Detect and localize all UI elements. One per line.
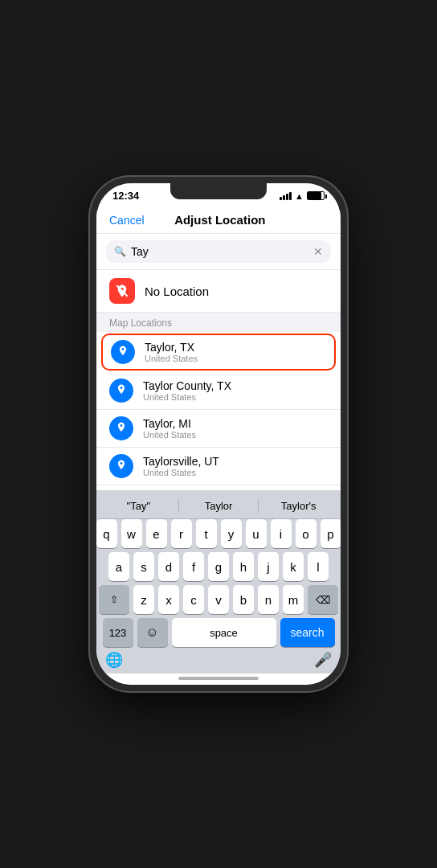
- key-v[interactable]: v: [208, 585, 229, 614]
- key-r[interactable]: r: [171, 519, 192, 548]
- location-name-1: Taylor County, TX: [143, 379, 328, 392]
- key-u[interactable]: u: [246, 519, 267, 548]
- location-pin-icon: [109, 379, 133, 403]
- key-l[interactable]: l: [308, 552, 329, 581]
- map-locations-header: Map Locations: [96, 313, 341, 332]
- key-b[interactable]: b: [233, 585, 254, 614]
- key-m[interactable]: m: [283, 585, 304, 614]
- location-country-1: United States: [143, 392, 328, 402]
- results-list: No Location Map Locations Taylor, TX Uni…: [96, 270, 341, 490]
- no-location-item[interactable]: No Location: [96, 270, 341, 313]
- search-clear-button[interactable]: ✕: [313, 245, 323, 258]
- emoji-key[interactable]: ☺: [137, 618, 168, 647]
- key-s[interactable]: s: [133, 552, 154, 581]
- shift-key[interactable]: ⇧: [99, 585, 129, 614]
- key-e[interactable]: e: [146, 519, 167, 548]
- key-p[interactable]: p: [321, 519, 341, 548]
- key-f[interactable]: f: [183, 552, 204, 581]
- page-title: Adjust Location: [174, 213, 265, 227]
- num-key[interactable]: 123: [103, 618, 133, 647]
- signal-icon: [280, 192, 292, 200]
- key-w[interactable]: w: [121, 519, 142, 548]
- globe-icon[interactable]: 🌐: [105, 651, 123, 669]
- location-info-3: Taylorsville, UT United States: [143, 455, 328, 477]
- keyboard-row-3: ⇧ z x c v b n m ⌫: [99, 585, 338, 614]
- key-y[interactable]: y: [221, 519, 242, 548]
- location-name-3: Taylorsville, UT: [143, 455, 328, 468]
- search-icon: 🔍: [114, 246, 126, 257]
- mic-icon[interactable]: 🎤: [314, 651, 332, 669]
- suggestion-1[interactable]: Taylor: [179, 498, 259, 514]
- notch: [170, 183, 267, 199]
- location-info-2: Taylor, MI United States: [143, 417, 328, 440]
- search-input[interactable]: Tay: [131, 245, 308, 258]
- home-bar: [178, 677, 259, 680]
- phone-frame: 12:34 ▲ Cancel Adjust Location: [90, 177, 347, 691]
- key-n[interactable]: n: [258, 585, 279, 614]
- location-country-0: United States: [145, 354, 326, 363]
- keyboard-suggestions: "Tay" Taylor Taylor's: [99, 495, 338, 519]
- cancel-button[interactable]: Cancel: [109, 214, 145, 227]
- location-pin-icon: [109, 454, 133, 478]
- delete-key[interactable]: ⌫: [308, 585, 338, 614]
- keyboard-row-1: q w e r t y u i o p: [99, 519, 338, 548]
- location-item-1[interactable]: Taylor County, TX United States: [96, 372, 341, 410]
- status-time: 12:34: [112, 190, 139, 202]
- key-c[interactable]: c: [183, 585, 204, 614]
- location-info-0: Taylor, TX United States: [145, 341, 326, 363]
- keyboard: "Tay" Taylor Taylor's q w e r t y u i o …: [96, 490, 341, 674]
- key-d[interactable]: d: [158, 552, 179, 581]
- suggestion-0[interactable]: "Tay": [99, 498, 179, 514]
- wifi-icon: ▲: [295, 191, 304, 201]
- location-item-4[interactable]: Taylor Draper Ln Austin, TX, United Stat…: [96, 485, 341, 490]
- location-name-2: Taylor, MI: [143, 417, 328, 430]
- location-info-1: Taylor County, TX United States: [143, 379, 328, 402]
- location-name-0: Taylor, TX: [145, 341, 326, 354]
- location-item-3[interactable]: Taylorsville, UT United States: [96, 448, 341, 485]
- no-location-icon: [109, 278, 135, 304]
- space-key[interactable]: space: [172, 618, 276, 647]
- key-o[interactable]: o: [296, 519, 317, 548]
- phone-screen: 12:34 ▲ Cancel Adjust Location: [96, 183, 341, 685]
- home-indicator: [96, 674, 341, 685]
- no-location-label: No Location: [145, 285, 209, 298]
- location-pin-icon: [109, 416, 133, 440]
- location-item-0[interactable]: Taylor, TX United States: [101, 334, 336, 371]
- keyboard-bottom-row: 🌐 🎤: [99, 651, 338, 669]
- location-pin-icon: [111, 340, 135, 364]
- location-country-2: United States: [143, 430, 328, 440]
- key-g[interactable]: g: [208, 552, 229, 581]
- search-key[interactable]: search: [280, 618, 335, 647]
- status-icons: ▲: [280, 191, 325, 201]
- key-j[interactable]: j: [258, 552, 279, 581]
- search-bar[interactable]: 🔍 Tay ✕: [106, 240, 331, 263]
- key-q[interactable]: q: [96, 519, 117, 548]
- key-a[interactable]: a: [108, 552, 129, 581]
- key-h[interactable]: h: [233, 552, 254, 581]
- location-item-2[interactable]: Taylor, MI United States: [96, 410, 341, 448]
- location-country-3: United States: [143, 468, 328, 477]
- suggestion-2[interactable]: Taylor's: [259, 498, 338, 514]
- navigation-header: Cancel Adjust Location: [96, 205, 341, 234]
- key-t[interactable]: t: [196, 519, 217, 548]
- search-container: 🔍 Tay ✕: [96, 234, 341, 270]
- key-z[interactable]: z: [133, 585, 154, 614]
- key-k[interactable]: k: [283, 552, 304, 581]
- key-i[interactable]: i: [271, 519, 292, 548]
- key-x[interactable]: x: [158, 585, 179, 614]
- battery-icon: [307, 191, 325, 200]
- keyboard-row-4: 123 ☺ space search: [99, 618, 338, 647]
- keyboard-row-2: a s d f g h j k l: [99, 552, 338, 581]
